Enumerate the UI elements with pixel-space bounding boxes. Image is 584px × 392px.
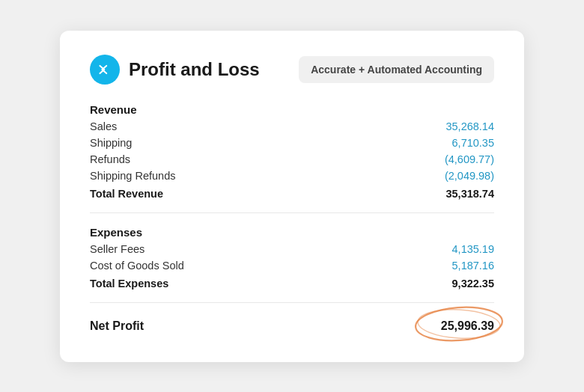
total-expenses-value: 9,322.35 [369, 274, 494, 292]
expenses-table: Expenses Seller Fees 4,135.19 Cost of Go… [90, 224, 494, 292]
profit-loss-card: Profit and Loss Accurate + Automated Acc… [60, 31, 524, 362]
seller-fees-value: 4,135.19 [369, 241, 494, 257]
net-profit-value-cell: 25,996.39 [293, 313, 494, 335]
total-revenue-value: 35,318.74 [346, 184, 494, 202]
shipping-value: 6,710.35 [346, 135, 494, 151]
net-profit-value: 25,996.39 [441, 319, 494, 332]
net-profit-row: Net Profit 25,996.39 [90, 313, 494, 335]
refunds-label: Refunds [90, 151, 346, 168]
table-row: Refunds (4,609.77) [90, 151, 494, 168]
total-expenses-row: Total Expenses 9,322.35 [90, 274, 494, 292]
financial-table: Revenue Sales 35,268.14 Shipping 6,710.3… [90, 101, 494, 202]
revenue-section: Revenue Sales 35,268.14 Shipping 6,710.3… [90, 101, 494, 202]
cogs-label: Cost of Goods Sold [90, 257, 369, 274]
revenue-header-row: Revenue [90, 101, 494, 118]
section-divider [90, 212, 494, 213]
table-row: Cost of Goods Sold 5,187.16 [90, 257, 494, 274]
header-left: Profit and Loss [90, 55, 260, 85]
table-row: Seller Fees 4,135.19 [90, 241, 494, 257]
net-profit-table: Net Profit 25,996.39 [90, 313, 494, 335]
expenses-section: Expenses Seller Fees 4,135.19 Cost of Go… [90, 224, 494, 292]
table-row: Shipping 6,710.35 [90, 135, 494, 151]
refunds-value: (4,609.77) [346, 151, 494, 168]
revenue-section-title: Revenue [90, 101, 494, 118]
shipping-label: Shipping [90, 135, 346, 151]
net-profit-label: Net Profit [90, 313, 293, 335]
table-row: Shipping Refunds (2,049.98) [90, 168, 494, 184]
card-header: Profit and Loss Accurate + Automated Acc… [90, 55, 494, 85]
seller-fees-label: Seller Fees [90, 241, 369, 257]
expenses-header-row: Expenses [90, 224, 494, 241]
sales-value: 35,268.14 [346, 118, 494, 135]
xero-logo [90, 55, 120, 85]
page-title: Profit and Loss [129, 59, 260, 80]
expenses-section-title: Expenses [90, 224, 494, 241]
shipping-refunds-label: Shipping Refunds [90, 168, 346, 184]
total-revenue-label: Total Revenue [90, 184, 346, 202]
badge-automated: Accurate + Automated Accounting [299, 56, 494, 83]
table-row: Sales 35,268.14 [90, 118, 494, 135]
total-revenue-row: Total Revenue 35,318.74 [90, 184, 494, 202]
net-profit-divider [90, 302, 494, 303]
cogs-value: 5,187.16 [369, 257, 494, 274]
sales-label: Sales [90, 118, 346, 135]
total-expenses-label: Total Expenses [90, 274, 369, 292]
shipping-refunds-value: (2,049.98) [346, 168, 494, 184]
